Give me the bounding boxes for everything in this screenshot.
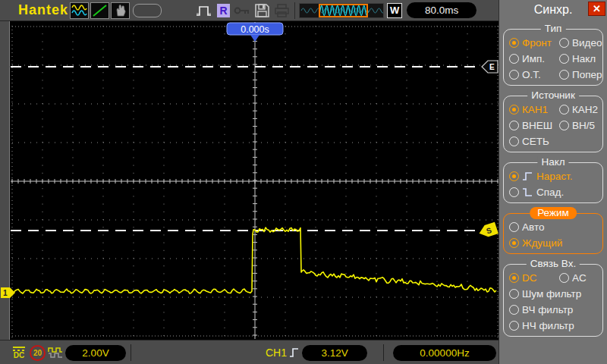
- section-coupling: Связь Вх.DCACШум фильтрВЧ фильтрНЧ фильт…: [503, 264, 603, 337]
- channels-waveform-icon[interactable]: [70, 2, 89, 19]
- radio-option-slope-0-0[interactable]: Нараст.: [509, 171, 572, 182]
- radio-label: Нараст.: [536, 171, 572, 182]
- radio-option-coupling-1-0[interactable]: Шум фильтр: [509, 288, 581, 300]
- section-title-coupling: Связь Вх.: [527, 258, 580, 270]
- option-row: Ждущий: [509, 235, 599, 251]
- radio-label: Имп.: [522, 53, 545, 64]
- channel-label: CH1: [266, 347, 287, 359]
- radio-icon: [559, 38, 569, 48]
- volts-per-div-readout: 2.00V: [65, 340, 126, 364]
- autoset-line-icon[interactable]: [90, 2, 109, 19]
- radio-icon: [559, 121, 569, 130]
- radio-option-source-1-0[interactable]: ВНЕШ: [509, 120, 559, 131]
- bottom-bar: DC 20 2.00V CH1 3.12V 0.00000Hz: [0, 340, 498, 364]
- svg-text:0.000s: 0.000s: [241, 24, 269, 35]
- radio-icon: [509, 171, 519, 181]
- frequency-readout: 0.00000Hz: [393, 340, 496, 364]
- radio-option-coupling-3-0[interactable]: НЧ фильтр: [509, 320, 574, 331]
- panel-sections: ТипФронтВидеоИмп.НаклО.Т.ПоперИсточникКА…: [499, 29, 607, 337]
- radio-icon: [509, 136, 519, 146]
- radio-icon: [509, 222, 519, 232]
- section-title-mode: Режим: [530, 207, 577, 219]
- option-row: СЕТЬ: [509, 133, 599, 149]
- radio-option-type-1-0[interactable]: Имп.: [509, 53, 559, 64]
- trigger-source-readout: CH1 3.12V: [266, 340, 367, 364]
- radio-icon: [509, 105, 519, 115]
- radio-label: Видео: [572, 37, 602, 49]
- radio-option-source-0-1[interactable]: КАН2: [559, 104, 598, 115]
- bottom-divider: [131, 344, 131, 361]
- radio-icon: [509, 289, 519, 299]
- window-mode-badge[interactable]: W: [387, 3, 402, 18]
- rising-edge-icon: [522, 171, 533, 182]
- radio-icon: [509, 238, 519, 248]
- radio-option-mode-1-0[interactable]: Ждущий: [509, 237, 562, 249]
- waveform-preview[interactable]: [299, 3, 384, 18]
- radio-icon: [509, 70, 519, 80]
- top-bar: Hantek R: [0, 0, 498, 21]
- print-icon[interactable]: [274, 3, 290, 18]
- section-title-slope: Накл: [537, 156, 568, 168]
- section-type: ТипФронтВидеоИмп.НаклО.Т.Попер: [503, 29, 603, 86]
- radio-label: Шум фильтр: [522, 288, 581, 300]
- section-title-source: Источник: [527, 89, 579, 102]
- radio-label: ВН/5: [572, 120, 595, 131]
- radio-option-mode-0-0[interactable]: Авто: [509, 221, 544, 233]
- key-lock-icon[interactable]: [234, 5, 250, 17]
- radio-option-source-1-1[interactable]: ВН/5: [559, 120, 595, 131]
- radio-icon: [509, 187, 519, 197]
- save-icon[interactable]: [254, 3, 270, 18]
- radio-icon: [509, 321, 519, 331]
- hand-probe-icon[interactable]: [111, 2, 130, 19]
- message-box: [133, 4, 162, 17]
- run-mode-badge[interactable]: R: [217, 4, 230, 17]
- radio-label: Фронт: [522, 37, 552, 49]
- svg-text:E: E: [489, 63, 495, 71]
- option-row: КАН1КАН2: [509, 102, 599, 118]
- close-icon[interactable]: ✕: [588, 2, 605, 16]
- panel-header: Синхр. ✕: [499, 0, 607, 19]
- option-row: Шум фильтр: [509, 286, 599, 302]
- svg-text:1: 1: [3, 289, 8, 297]
- radio-option-slope-1-0[interactable]: Спад.: [509, 187, 564, 198]
- radio-option-coupling-2-0[interactable]: ВЧ фильтр: [509, 304, 573, 315]
- section-title-type: Тип: [541, 23, 566, 35]
- scope-screen: ES10.000s: [0, 21, 498, 340]
- radio-option-source-0-0[interactable]: КАН1: [509, 104, 559, 115]
- coupling-dc-icon: DC: [12, 340, 26, 364]
- pulse-trigger-icon[interactable]: [195, 3, 213, 18]
- trigger-slope-icon: [289, 347, 300, 359]
- radio-icon: [559, 273, 569, 283]
- radio-label: Попер: [572, 69, 602, 80]
- radio-label: Накл: [572, 53, 596, 64]
- radio-icon: [509, 38, 519, 48]
- radio-label: КАН2: [572, 104, 598, 115]
- section-slope: НаклНараст.Спад.: [503, 162, 603, 203]
- radio-option-type-2-0[interactable]: О.Т.: [509, 69, 559, 80]
- radio-option-coupling-0-0[interactable]: DC: [509, 272, 559, 284]
- radio-label: ВНЕШ: [522, 120, 552, 131]
- radio-option-type-0-0[interactable]: Фронт: [509, 37, 559, 49]
- falling-edge-icon: [522, 187, 533, 198]
- radio-label: О.Т.: [522, 69, 541, 80]
- option-row: ВНЕШВН/5: [509, 118, 599, 133]
- radio-label: Авто: [522, 221, 544, 233]
- section-source: ИсточникКАН1КАН2ВНЕШВН/5СЕТЬ: [503, 96, 603, 152]
- radio-option-type-1-1[interactable]: Накл: [559, 53, 596, 64]
- radio-icon: [559, 54, 569, 64]
- option-row: Спад.: [509, 184, 599, 200]
- radio-icon: [509, 305, 519, 315]
- radio-label: НЧ фильтр: [522, 320, 574, 331]
- radio-option-coupling-0-1[interactable]: AC: [559, 272, 587, 284]
- radio-option-type-2-1[interactable]: Попер: [559, 69, 602, 80]
- toolbar-divider: [294, 2, 295, 19]
- radio-option-source-2-0[interactable]: СЕТЬ: [509, 136, 549, 147]
- option-row: О.Т.Попер: [509, 67, 599, 83]
- coupling-label: DC: [12, 352, 26, 359]
- radio-label: ВЧ фильтр: [522, 304, 573, 315]
- option-row: НЧ фильтр: [509, 318, 599, 334]
- radio-label: DC: [522, 272, 537, 284]
- radio-option-type-0-1[interactable]: Видео: [559, 37, 602, 49]
- option-row: ВЧ фильтр: [509, 302, 599, 318]
- trigger-level-readout: 3.12V: [302, 345, 367, 361]
